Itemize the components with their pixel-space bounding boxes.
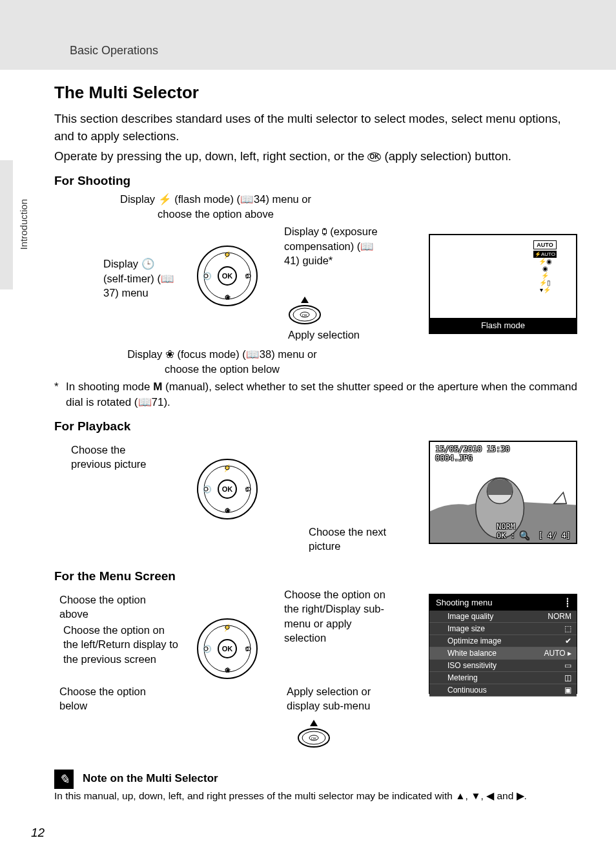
playback-top-label: Choose the previous picture — [71, 443, 149, 472]
menu-screen-title-bar: Shooting menu┋ — [429, 594, 577, 611]
playback-bottom-label: Choose the next picture — [309, 525, 399, 554]
intro-paragraph-1: This section describes standard uses of … — [54, 110, 577, 145]
shooting-heading: For Shooting — [54, 174, 577, 188]
ok-icon: OK — [367, 152, 381, 162]
menu-row: Continuous▣ — [429, 684, 577, 697]
shooting-diagram: Display ⚡ (flash mode) (📖34) menu or cho… — [54, 192, 577, 379]
menu-row-selected: White balanceAUTO ▸ — [429, 647, 577, 660]
menu-left-label: Choose the option on the left/Return dis… — [63, 623, 180, 666]
shooting-footnote: * In shooting mode M (manual), select wh… — [54, 379, 577, 410]
svg-text:OK: OK — [222, 485, 233, 493]
intro-paragraph-2: Operate by pressing the up, down, left, … — [54, 148, 577, 165]
flash-auto-header: AUTO — [533, 240, 557, 249]
note-text: In this manual, up, down, left, and righ… — [54, 789, 577, 803]
menu-diagram: Choose the option above Choose the optio… — [54, 587, 577, 755]
menu-bottom-label: Choose the option below — [59, 684, 169, 713]
shooting-bottom-label: Display ❀ (focus mode) (📖38) menu or cho… — [112, 347, 332, 376]
playback-timestamp: 15/05/2010 15:30 0004.JPG — [435, 445, 510, 463]
menu-heading: For the Menu Screen — [54, 569, 577, 583]
menu-row: Optimize image✔ — [429, 635, 577, 647]
svg-text:OK: OK — [222, 272, 233, 280]
svg-text:⚡: ⚡ — [223, 250, 232, 259]
playback-screen: 15/05/2010 15:30 0004.JPG NORM OK : 🔍 [ … — [429, 441, 577, 544]
page-number: 12 — [31, 826, 45, 840]
svg-text:⚡: ⚡ — [223, 463, 232, 472]
multi-selector-icon-menu: OK ⚡ ❀ 🕒 ⧮ — [195, 616, 260, 681]
flash-opt-1: ⚡◉ — [533, 258, 557, 265]
menu-indicator-icon: ┋ — [565, 598, 570, 607]
multi-selector-icon: OK ⚡ ❀ 🕒 ⧮ — [195, 244, 260, 308]
svg-text:OK: OK — [311, 737, 317, 740]
svg-text:⧮: ⧮ — [245, 272, 249, 280]
menu-apply-label: Apply selection or display sub-menu — [287, 684, 396, 713]
pencil-icon: ✎ — [54, 770, 74, 789]
playback-diagram: Choose the previous picture Choose the n… — [54, 437, 577, 560]
flash-opt-2: ◉ — [533, 265, 557, 272]
shooting-apply-label: Apply selection — [288, 328, 391, 342]
menu-row: Image qualityNORM — [429, 611, 577, 623]
menu-right-label: Choose the option on the right/Display s… — [284, 587, 394, 645]
svg-text:⧮: ⧮ — [245, 645, 249, 653]
multi-selector-icon-playback: OK ⚡ ❀ 🕒 ⧮ — [195, 457, 260, 521]
shooting-top-label: Display ⚡ (flash mode) (📖34) menu or cho… — [112, 192, 319, 221]
mini-selector-icon: OK — [285, 297, 324, 326]
playback-heading: For Playback — [54, 419, 577, 434]
shooting-right-label: Display ⧮ (exposure compensation) (📖41) … — [284, 224, 387, 267]
menu-row: ISO sensitivity▭ — [429, 660, 577, 672]
note-section: ✎ Note on the Multi Selector In this man… — [54, 772, 577, 803]
flash-opt-3: ⚡ — [533, 272, 557, 279]
note-title: Note on the Multi Selector — [83, 772, 577, 785]
menu-top-label: Choose the option above — [59, 592, 169, 622]
flash-mode-icon-column: AUTO ⚡AUTO ⚡◉ ◉ ⚡ ⚡▯ ▾⚡ — [533, 240, 557, 293]
svg-text:OK: OK — [222, 645, 233, 653]
svg-text:OK: OK — [302, 313, 308, 317]
flash-opt-0: ⚡AUTO — [533, 251, 557, 258]
page-header: Basic Operations — [70, 44, 158, 58]
side-tab-label: Introduction — [18, 199, 29, 249]
shooting-screen: AUTO ⚡AUTO ⚡◉ ◉ ⚡ ⚡▯ ▾⚡ Flash mode — [429, 234, 577, 334]
menu-row: Metering◫ — [429, 672, 577, 684]
flash-mode-label: Flash mode — [430, 318, 576, 333]
page-body: Introduction The Multi Selector This sec… — [0, 70, 616, 849]
menu-items: Image qualityNORM Image size⬚ Optimize i… — [429, 611, 577, 697]
menu-screen: Shooting menu┋ P ▸ ◧ ? Image qualityNORM… — [429, 594, 577, 694]
side-tab-background — [0, 160, 13, 289]
shooting-left-label: Display 🕒 (self-timer) (📖37) menu — [103, 257, 181, 300]
page-title: The Multi Selector — [54, 83, 577, 103]
menu-row: Image size⬚ — [429, 623, 577, 635]
flash-opt-4: ⚡▯ — [533, 279, 557, 286]
playback-counter: NORM OK : 🔍 [ 4/ 4] — [497, 522, 571, 540]
flash-opt-5: ▾⚡ — [533, 286, 557, 293]
svg-text:⚡: ⚡ — [223, 623, 232, 632]
svg-text:⧮: ⧮ — [245, 485, 249, 493]
mini-selector-icon-menu: OK — [294, 720, 333, 749]
